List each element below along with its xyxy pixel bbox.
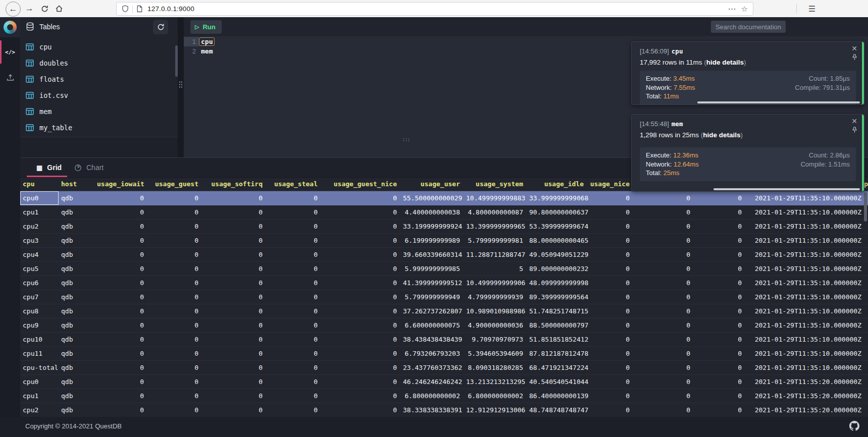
page-actions-icon[interactable]: ⋯ <box>728 4 736 14</box>
cell[interactable]: 0 <box>590 262 636 276</box>
cell[interactable]: 12.912912913006 <box>466 403 529 417</box>
cell[interactable]: qdb <box>59 234 97 247</box>
cell[interactable]: 2021-01-29T11:35:10.000000Z <box>748 234 868 247</box>
cell[interactable]: 0 <box>590 347 636 360</box>
cell[interactable]: 0 <box>150 276 205 290</box>
pin-icon[interactable] <box>852 127 857 133</box>
sidebar-table-item[interactable]: iot.csv <box>20 87 178 103</box>
cell[interactable]: 0 <box>324 318 403 332</box>
run-query-button[interactable]: ▷ Run <box>190 20 222 34</box>
cell[interactable]: 0 <box>324 389 403 403</box>
cell[interactable]: 0 <box>97 248 150 261</box>
cell[interactable]: qdb <box>59 205 97 219</box>
cell[interactable]: 2021-01-29T11:35:20.000000Z <box>748 403 868 417</box>
horizontal-splitter-handle[interactable] <box>402 138 411 142</box>
cell[interactable]: 0 <box>97 347 150 360</box>
cell[interactable]: 0 <box>696 248 748 261</box>
cell[interactable]: qdb <box>59 262 97 276</box>
cell[interactable]: 0 <box>696 290 748 304</box>
table-row[interactable]: cpu9qdb000006.6000000000754.900000000036… <box>20 318 868 333</box>
cell[interactable]: 38.438438438439 <box>403 333 466 346</box>
cell[interactable]: cpu10 <box>20 333 59 346</box>
cell[interactable]: 0 <box>269 262 324 276</box>
cell[interactable]: cpu11 <box>20 347 59 360</box>
table-row[interactable]: cpu8qdb0000037.26273726280710.9890109889… <box>20 304 868 318</box>
cell[interactable]: 33.199999999924 <box>403 220 466 233</box>
cell[interactable]: 0 <box>269 347 324 360</box>
browser-home-button[interactable] <box>52 2 66 16</box>
cell[interactable]: qdb <box>59 333 97 346</box>
cell[interactable]: 0 <box>205 389 269 403</box>
cell[interactable]: 53.399999999674 <box>529 220 590 233</box>
cell[interactable]: 23.437760373362 <box>403 361 466 374</box>
cell[interactable]: 0 <box>97 318 150 332</box>
cell[interactable]: 2021-01-29T11:35:10.000000Z <box>748 262 868 276</box>
cell[interactable]: qdb <box>59 375 97 389</box>
bookmark-star-icon[interactable]: ☆ <box>741 5 748 14</box>
cell[interactable]: 8.090318280285 <box>466 361 529 374</box>
cell[interactable]: 0 <box>636 361 696 374</box>
cell[interactable]: qdb <box>59 361 97 374</box>
cell[interactable]: 0 <box>205 403 269 417</box>
cell[interactable]: 13.399999999965 <box>466 220 529 233</box>
cell[interactable]: qdb <box>59 347 97 360</box>
table-row[interactable]: cpu4qdb0000039.66033966031411.2887112887… <box>20 248 868 262</box>
cell[interactable]: 2021-01-29T11:35:10.000000Z <box>748 276 868 290</box>
sidebar-table-item[interactable]: mem <box>20 103 178 120</box>
cell[interactable]: 2021-01-29T11:35:10.000000Z <box>748 333 868 346</box>
cell[interactable]: 0 <box>150 318 205 332</box>
cell[interactable]: 0 <box>590 318 636 332</box>
table-row[interactable]: cpu0qdb0000055.50000000002910.4999999998… <box>20 191 868 205</box>
cell[interactable]: 0 <box>696 361 748 374</box>
cell[interactable]: 48.748748748747 <box>529 403 590 417</box>
cell[interactable]: 0 <box>97 375 150 389</box>
refresh-tables-button[interactable] <box>153 20 168 34</box>
cell[interactable]: 0 <box>205 276 269 290</box>
cell[interactable]: 0 <box>590 191 636 205</box>
cell[interactable]: 0 <box>205 205 269 219</box>
cell[interactable]: 33.999999999068 <box>529 191 590 205</box>
cell[interactable]: 0 <box>636 220 696 233</box>
cell[interactable]: 0 <box>324 205 403 219</box>
cell[interactable]: 0 <box>205 248 269 261</box>
cell[interactable]: 0 <box>696 318 748 332</box>
cell[interactable]: qdb <box>59 389 97 403</box>
cell[interactable]: qdb <box>59 248 97 261</box>
cell[interactable]: 0 <box>269 361 324 374</box>
cell[interactable]: 0 <box>696 333 748 346</box>
cell[interactable]: 9.70970970973 <box>466 333 529 346</box>
table-row[interactable]: cpu1qdb000004.4000000000384.800000000087… <box>20 205 868 220</box>
cell[interactable]: 5 <box>466 262 529 276</box>
sidebar-table-item[interactable]: floats <box>20 71 178 87</box>
cell[interactable]: 0 <box>97 234 150 247</box>
cell[interactable]: cpu7 <box>20 290 59 304</box>
cell[interactable]: 6.800000000002 <box>403 389 466 403</box>
import-upload-icon[interactable] <box>0 68 20 87</box>
cell[interactable]: 6.199999999989 <box>403 234 466 247</box>
cell[interactable]: 4.800000000087 <box>466 205 529 219</box>
cell[interactable]: 0 <box>324 333 403 346</box>
cell[interactable]: 0 <box>205 262 269 276</box>
cell[interactable]: qdb <box>59 318 97 332</box>
cell[interactable]: cpu4 <box>20 248 59 261</box>
table-row[interactable]: cpu6qdb0000041.39999999951210.4999999999… <box>20 276 868 290</box>
cell[interactable]: 0 <box>324 347 403 360</box>
cell[interactable]: 37.262737262807 <box>403 304 466 318</box>
cell[interactable]: 0 <box>205 290 269 304</box>
cell[interactable]: 5.999999999985 <box>403 262 466 276</box>
cell[interactable]: 0 <box>590 403 636 417</box>
cell[interactable]: 0 <box>590 248 636 261</box>
cell[interactable]: 0 <box>205 304 269 318</box>
cell[interactable]: 0 <box>590 389 636 403</box>
cell[interactable]: 0 <box>205 234 269 247</box>
cell[interactable]: 46.246246246242 <box>403 375 466 389</box>
cell[interactable]: 0 <box>97 290 150 304</box>
cell[interactable]: 0 <box>590 205 636 219</box>
cell[interactable]: cpu1 <box>20 205 59 219</box>
cell[interactable]: qdb <box>59 304 97 318</box>
sidebar-table-item[interactable]: doubles <box>20 55 178 71</box>
cell[interactable]: 0 <box>150 375 205 389</box>
cell[interactable]: 4.400000000038 <box>403 205 466 219</box>
cell[interactable]: 0 <box>324 304 403 318</box>
table-row[interactable]: cpu5qdb000005.999999999985589.0000000002… <box>20 262 868 276</box>
